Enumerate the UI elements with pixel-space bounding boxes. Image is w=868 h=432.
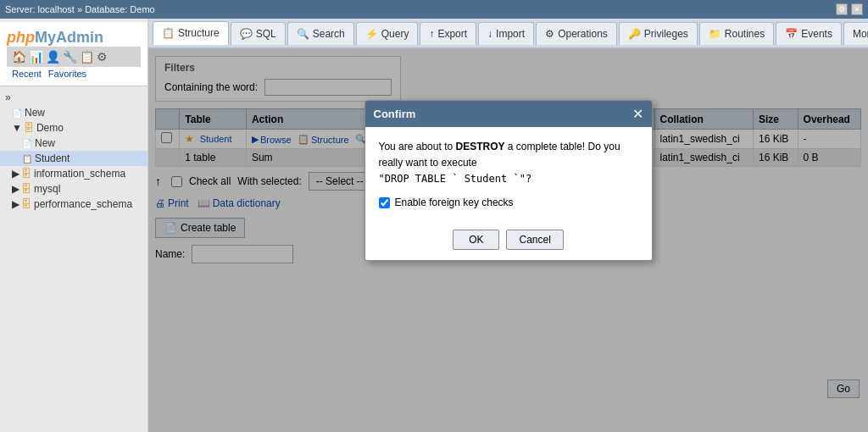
info-schema-toggle: ▶ xyxy=(12,168,19,180)
tab-export[interactable]: ↑ Export xyxy=(420,22,476,45)
sidebar-item-mysql[interactable]: ▶ 🗄 mysql xyxy=(0,181,147,197)
sidebar-item-student-label: Student xyxy=(35,152,70,164)
modal-footer: OK Cancel xyxy=(365,223,652,260)
recent-link[interactable]: Recent xyxy=(12,69,42,79)
tab-query-label: Query xyxy=(381,28,409,40)
sidebar-item-new-top-label: New xyxy=(25,107,45,119)
mysql-icon: 🗄 xyxy=(21,183,31,195)
demo-toggle-icon: ▼ xyxy=(12,122,22,134)
modal-checkbox-row: Enable foreign key checks xyxy=(379,195,638,211)
config-icon[interactable]: ⚙ xyxy=(97,50,108,64)
operations-tab-icon: ⚙ xyxy=(545,28,554,40)
expand-icon: » xyxy=(5,91,11,103)
perf-schema-icon: 🗄 xyxy=(21,198,31,210)
settings-icon[interactable]: ⚙ xyxy=(836,3,848,15)
confirm-dialog: Confirm ✕ You are about to DESTROY a com… xyxy=(364,100,653,261)
demo-db-icon: 🗄 xyxy=(24,122,34,134)
tab-export-label: Export xyxy=(437,28,467,40)
tab-privileges[interactable]: 🔑 Privileges xyxy=(619,22,698,45)
nav-tabs: 📋 Structure 💬 SQL 🔍 Search ⚡ Query ↑ xyxy=(148,19,868,49)
sidebar-links: Recent Favorites xyxy=(7,67,141,80)
modal-query-text: "DROP TABLE ` Student `"? xyxy=(379,173,532,185)
sidebar-item-student[interactable]: 📋 Student xyxy=(0,151,147,166)
logo-php: php xyxy=(7,29,35,46)
info-schema-icon: 🗄 xyxy=(21,168,31,180)
modal-overlay: Confirm ✕ You are about to DESTROY a com… xyxy=(148,49,868,432)
tab-privileges-label: Privileges xyxy=(644,28,688,40)
structure-tab-icon: 📋 xyxy=(162,27,175,39)
cancel-button[interactable]: Cancel xyxy=(506,230,563,250)
new-top-icon: 📄 xyxy=(12,108,22,118)
tab-import[interactable]: ↓ Import xyxy=(478,22,534,45)
sidebar: phpMyAdmin 🏠 📊 👤 🔧 📋 ⚙ Recent Favorites xyxy=(0,19,148,432)
foreign-key-checkbox[interactable] xyxy=(379,197,390,208)
sidebar-item-perf-schema[interactable]: ▶ 🗄 performance_schema xyxy=(0,197,147,212)
sidebar-item-info-schema-label: information_schema xyxy=(34,168,125,180)
modal-title: Confirm xyxy=(374,108,416,120)
tab-routines[interactable]: 📁 Routines xyxy=(699,22,774,45)
app-container: Server: localhost » Database: Demo ⚙ ✕ p… xyxy=(0,0,868,432)
sidebar-item-demo[interactable]: ▼ 🗄 Demo xyxy=(0,120,147,136)
logo-mya: MyAdmin xyxy=(35,29,103,46)
privileges-tab-icon: 🔑 xyxy=(628,28,641,40)
database-icon[interactable]: 📊 xyxy=(29,50,43,64)
events-tab-icon: 📅 xyxy=(785,28,798,40)
title-bar-controls: ⚙ ✕ xyxy=(836,3,863,15)
docs-icon[interactable]: 📋 xyxy=(80,50,94,64)
sidebar-logo: phpMyAdmin 🏠 📊 👤 🔧 📋 ⚙ Recent Favorites xyxy=(0,22,147,86)
sidebar-expand[interactable]: » xyxy=(0,90,147,105)
tab-operations-label: Operations xyxy=(558,28,608,40)
sidebar-item-mysql-label: mysql xyxy=(34,183,60,195)
tab-search[interactable]: 🔍 Search xyxy=(287,22,354,45)
routines-tab-icon: 📁 xyxy=(709,28,721,40)
tab-operations[interactable]: ⚙ Operations xyxy=(536,22,617,45)
tab-sql[interactable]: 💬 SQL xyxy=(231,22,286,45)
tab-more[interactable]: More ▼ xyxy=(843,22,868,45)
tab-structure[interactable]: 📋 Structure xyxy=(153,21,229,45)
mysql-toggle: ▶ xyxy=(12,183,19,195)
sql-tab-icon: 💬 xyxy=(240,28,253,40)
foreign-key-label: Enable foreign key checks xyxy=(395,195,514,211)
modal-close-button[interactable]: ✕ xyxy=(632,106,643,122)
tab-import-label: Import xyxy=(496,28,525,40)
logo: phpMyAdmin xyxy=(7,27,141,47)
tab-query[interactable]: ⚡ Query xyxy=(356,22,419,45)
sidebar-item-new-demo-label: New xyxy=(35,137,55,149)
sidebar-item-new-top[interactable]: 📄 New xyxy=(0,105,147,120)
tab-routines-label: Routines xyxy=(725,28,765,40)
user-icon[interactable]: 👤 xyxy=(46,50,60,64)
close-icon[interactable]: ✕ xyxy=(851,3,863,15)
favorites-link[interactable]: Favorites xyxy=(48,69,86,79)
import-tab-icon: ↓ xyxy=(487,28,492,40)
home-icon[interactable]: 🏠 xyxy=(12,50,26,64)
title-bar-text: Server: localhost » Database: Demo xyxy=(5,4,836,14)
modal-destroy-text: DESTROY xyxy=(455,141,504,152)
tab-more-label: More xyxy=(853,28,868,40)
main-layout: phpMyAdmin 🏠 📊 👤 🔧 📋 ⚙ Recent Favorites xyxy=(0,19,868,432)
tab-events-label: Events xyxy=(801,28,832,40)
content-area: 📋 Structure 💬 SQL 🔍 Search ⚡ Query ↑ xyxy=(148,19,868,432)
sidebar-item-demo-label: Demo xyxy=(36,122,64,134)
export-tab-icon: ↑ xyxy=(429,28,434,40)
sidebar-tree: » 📄 New ▼ 🗄 Demo 📄 New xyxy=(0,86,147,215)
sidebar-item-info-schema[interactable]: ▶ 🗄 information_schema xyxy=(0,166,147,181)
modal-header: Confirm ✕ xyxy=(365,101,652,127)
settings-icon[interactable]: 🔧 xyxy=(63,50,77,64)
ok-button[interactable]: OK xyxy=(453,230,499,250)
perf-schema-toggle: ▶ xyxy=(12,198,19,210)
title-bar: Server: localhost » Database: Demo ⚙ ✕ xyxy=(0,0,868,19)
sidebar-item-new-demo[interactable]: 📄 New xyxy=(0,136,147,151)
query-tab-icon: ⚡ xyxy=(365,28,378,40)
sidebar-item-perf-schema-label: performance_schema xyxy=(34,198,132,210)
tab-search-label: Search xyxy=(313,28,345,40)
sidebar-icon-bar: 🏠 📊 👤 🔧 📋 ⚙ xyxy=(7,47,141,67)
tab-sql-label: SQL xyxy=(256,28,276,40)
tab-events[interactable]: 📅 Events xyxy=(776,22,842,45)
modal-body: You are about to DESTROY a complete tabl… xyxy=(365,127,652,223)
student-icon: 📋 xyxy=(22,154,32,163)
content-body: Filters Containing the word: Table Actio… xyxy=(148,49,868,432)
tab-structure-label: Structure xyxy=(178,27,220,39)
new-demo-icon: 📄 xyxy=(22,139,32,148)
modal-body-line1: You are about to xyxy=(379,141,456,152)
search-tab-icon: 🔍 xyxy=(297,28,309,40)
